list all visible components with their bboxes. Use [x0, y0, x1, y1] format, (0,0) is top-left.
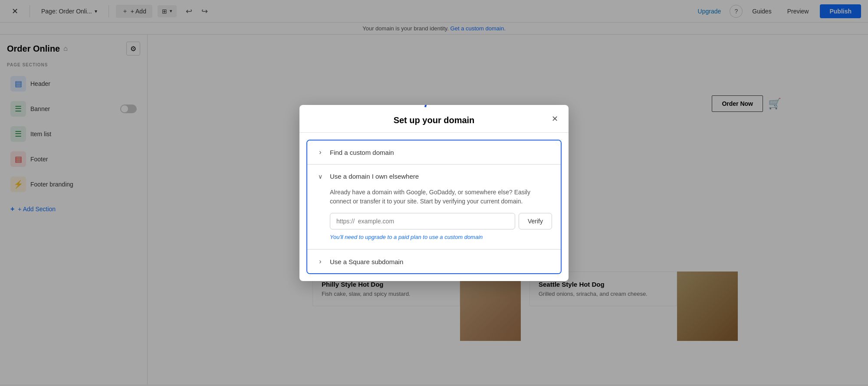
- use-own-desc: Already have a domain with Google, GoDad…: [330, 188, 552, 206]
- accordion-use-own-body: Already have a domain with Google, GoDad…: [307, 188, 561, 249]
- modal-header: ✕ Set up your domain: [299, 105, 569, 133]
- accordion-use-own: ∨ Use a domain I own elsewhere Already h…: [307, 164, 561, 249]
- chevron-right-icon: ›: [316, 148, 325, 156]
- modal-overlay[interactable]: ✕ Set up your domain › Find a custom dom…: [0, 0, 868, 386]
- modal-close-button[interactable]: ✕: [548, 112, 562, 126]
- modal-body: › Find a custom domain ∨ Use a domain I …: [299, 140, 569, 274]
- modal-title: Set up your domain: [394, 115, 475, 125]
- accordion-use-own-header[interactable]: ∨ Use a domain I own elsewhere: [307, 165, 561, 188]
- domain-input-field[interactable]: [330, 213, 515, 229]
- verify-label: Verify: [528, 218, 543, 225]
- domain-input-row: Verify: [330, 213, 552, 229]
- accordion-find-custom-header[interactable]: › Find a custom domain: [307, 141, 561, 164]
- use-subdomain-label: Use a Square subdomain: [330, 258, 403, 265]
- verify-button[interactable]: Verify: [519, 213, 552, 229]
- close-icon: ✕: [552, 114, 558, 124]
- use-own-label: Use a domain I own elsewhere: [330, 173, 419, 180]
- modal-highlight-box: › Find a custom domain ∨ Use a domain I …: [306, 140, 562, 274]
- chevron-right-icon-2: ›: [316, 258, 325, 265]
- find-custom-label: Find a custom domain: [330, 149, 394, 156]
- upgrade-note: You'll need to upgrade to a paid plan to…: [330, 234, 552, 240]
- accordion-find-custom: › Find a custom domain: [307, 141, 561, 164]
- chevron-down-icon: ∨: [316, 173, 325, 180]
- set-up-domain-modal: ✕ Set up your domain › Find a custom dom…: [299, 105, 569, 281]
- accordion-use-subdomain-header[interactable]: › Use a Square subdomain: [307, 250, 561, 273]
- accordion-use-subdomain: › Use a Square subdomain: [307, 249, 561, 273]
